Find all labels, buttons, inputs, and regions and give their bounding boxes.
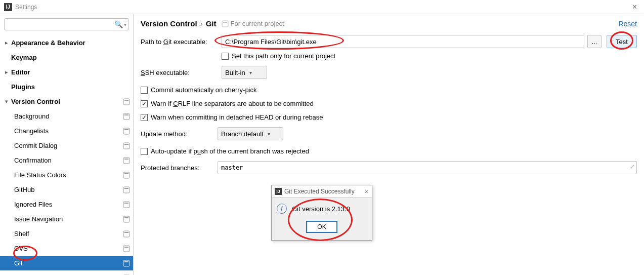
svg-rect-17 — [124, 217, 128, 218]
sidebar-item-mercurial[interactable]: Mercurial — [0, 270, 133, 275]
svg-rect-5 — [124, 129, 128, 130]
sidebar-item-changelists[interactable]: Changelists — [0, 124, 133, 138]
svg-rect-13 — [124, 188, 128, 189]
auto-update-label: Auto-update if push of the current branc… — [151, 147, 309, 155]
window-title: Settings — [15, 4, 37, 11]
dialog-ok-button[interactable]: OK — [306, 221, 337, 233]
protected-branches-label: Protected branches: — [141, 164, 218, 172]
sidebar-item-ignored-files[interactable]: Ignored Files — [0, 197, 133, 212]
test-button[interactable]: Test — [607, 35, 637, 48]
sidebar-item-appearance-behavior[interactable]: ▸Appearance & Behavior — [0, 35, 133, 50]
sidebar-item-label: GitHub — [14, 186, 123, 193]
svg-rect-6 — [123, 143, 130, 149]
sidebar-item-label: Changelists — [14, 127, 123, 135]
detached-warn-label: Warn when committing in detached HEAD or… — [151, 113, 323, 121]
svg-rect-14 — [123, 202, 130, 208]
svg-rect-23 — [124, 261, 128, 262]
auto-update-checkbox[interactable] — [141, 148, 148, 155]
settings-main-panel: Version Control›Git For current project … — [134, 14, 644, 275]
svg-rect-2 — [123, 113, 130, 120]
settings-tree: ▸Appearance & BehaviorKeymap▸EditorPlugi… — [0, 34, 133, 275]
svg-rect-7 — [124, 144, 128, 145]
svg-rect-20 — [123, 246, 130, 252]
app-icon: IJ — [275, 188, 282, 195]
svg-rect-26 — [222, 21, 228, 27]
chevron-right-icon: ▸ — [3, 69, 10, 75]
sidebar-item-github[interactable]: GitHub — [0, 182, 133, 197]
svg-rect-9 — [124, 159, 128, 160]
sidebar-item-editor[interactable]: ▸Editor — [0, 65, 133, 80]
chevron-right-icon: ▸ — [3, 40, 10, 46]
settings-search-input[interactable] — [7, 21, 114, 28]
ssh-executable-select[interactable]: Built-in▾ — [222, 66, 267, 79]
sidebar-item-label: Issue Navigation — [14, 215, 123, 223]
search-icon: 🔍 — [114, 20, 123, 28]
settings-sidebar: 🔍 ▾ ▸Appearance & BehaviorKeymap▸EditorP… — [0, 14, 134, 275]
sidebar-item-issue-navigation[interactable]: Issue Navigation — [0, 212, 133, 226]
sidebar-item-label: File Status Colors — [14, 171, 123, 179]
svg-rect-19 — [124, 232, 128, 233]
svg-rect-3 — [124, 114, 128, 115]
sidebar-item-commit-dialog[interactable]: Commit Dialog — [0, 138, 133, 153]
git-path-input[interactable] — [222, 35, 584, 48]
sidebar-item-label: Confirmation — [14, 156, 123, 164]
svg-rect-15 — [124, 203, 128, 204]
protected-branches-input[interactable] — [218, 161, 637, 174]
svg-rect-8 — [123, 158, 130, 164]
sidebar-item-label: Version Control — [11, 98, 123, 105]
sidebar-item-version-control[interactable]: ▾Version Control — [0, 94, 133, 109]
svg-rect-21 — [124, 247, 128, 248]
svg-rect-16 — [123, 216, 130, 222]
crlf-warn-label: Warn if CRLF line separators are about t… — [151, 100, 314, 107]
sidebar-item-label: Editor — [11, 68, 130, 76]
search-dropdown-icon[interactable]: ▾ — [124, 22, 126, 27]
svg-rect-27 — [223, 22, 227, 23]
svg-rect-11 — [124, 173, 128, 174]
sidebar-item-keymap[interactable]: Keymap — [0, 50, 133, 65]
sidebar-item-label: Commit Dialog — [14, 142, 123, 149]
sidebar-item-label: Appearance & Behavior — [11, 39, 130, 47]
sidebar-item-label: Git — [14, 259, 123, 267]
svg-rect-10 — [123, 172, 130, 178]
sidebar-item-file-status-colors[interactable]: File Status Colors — [0, 168, 133, 182]
svg-rect-1 — [124, 100, 128, 101]
update-method-label: Update method: — [141, 130, 218, 138]
chevron-down-icon: ▾ — [268, 131, 270, 137]
reset-link[interactable]: Reset — [618, 20, 637, 28]
sidebar-item-shelf[interactable]: Shelf — [0, 226, 133, 241]
sidebar-item-background[interactable]: Background — [0, 109, 133, 124]
sidebar-item-label: Keymap — [11, 54, 130, 61]
sidebar-item-plugins[interactable]: Plugins — [0, 80, 133, 94]
sidebar-item-label: Ignored Files — [14, 201, 123, 208]
set-path-project-only-label: Set this path only for current project — [232, 52, 335, 60]
update-method-select[interactable]: Branch default▾ — [218, 127, 283, 140]
browse-button[interactable]: ... — [587, 35, 602, 48]
detached-warn-checkbox[interactable] — [141, 114, 148, 121]
sidebar-item-label: CVS — [14, 245, 123, 252]
dialog-titlebar: IJ Git Executed Successfully × — [272, 185, 372, 198]
window-titlebar: IJ Settings × — [0, 0, 644, 14]
breadcrumb: Version Control›Git — [141, 19, 217, 28]
dialog-close-button[interactable]: × — [365, 187, 369, 195]
git-test-result-dialog: IJ Git Executed Successfully × i Git ver… — [271, 185, 372, 241]
settings-search[interactable]: 🔍 ▾ — [4, 18, 129, 30]
sidebar-item-confirmation[interactable]: Confirmation — [0, 153, 133, 168]
sidebar-item-cvs[interactable]: CVS — [0, 241, 133, 256]
ssh-executable-label: SSH executable: — [141, 69, 222, 76]
crlf-warn-checkbox[interactable] — [141, 100, 148, 107]
set-path-project-only-checkbox[interactable] — [222, 53, 229, 60]
cherry-pick-label: Commit automatically on cherry-pick — [151, 86, 257, 94]
window-close-button[interactable]: × — [629, 3, 640, 12]
chevron-down-icon: ▾ — [249, 70, 252, 75]
sidebar-item-git[interactable]: Git — [0, 256, 133, 270]
git-path-label: Path to Git executable: — [141, 38, 222, 46]
svg-rect-0 — [123, 99, 130, 105]
expand-icon[interactable]: ⤢ — [630, 163, 635, 170]
dialog-title: Git Executed Successfully — [284, 188, 355, 195]
cherry-pick-checkbox[interactable] — [141, 87, 148, 94]
sidebar-item-label: Shelf — [14, 230, 123, 238]
svg-rect-12 — [123, 187, 130, 193]
info-icon: i — [277, 204, 287, 214]
svg-rect-4 — [123, 128, 130, 134]
app-icon: IJ — [4, 3, 12, 11]
